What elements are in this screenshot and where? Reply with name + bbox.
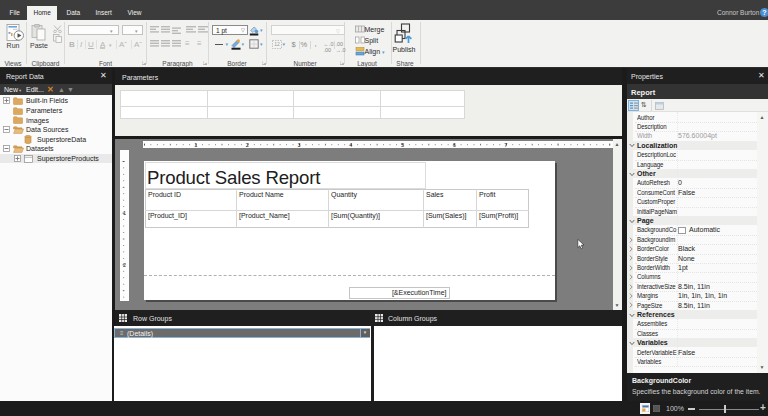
- svg-text:7: 7: [504, 142, 507, 148]
- svg-text:6: 6: [453, 142, 456, 148]
- svg-text:4: 4: [349, 142, 352, 148]
- svg-text:1: 1: [123, 210, 126, 216]
- svg-text:2: 2: [123, 262, 126, 268]
- svg-text:2: 2: [246, 142, 249, 148]
- svg-text:12: 12: [274, 41, 280, 47]
- svg-text:3: 3: [298, 142, 301, 148]
- svg-text:1: 1: [194, 142, 197, 148]
- svg-text:5: 5: [401, 142, 404, 148]
